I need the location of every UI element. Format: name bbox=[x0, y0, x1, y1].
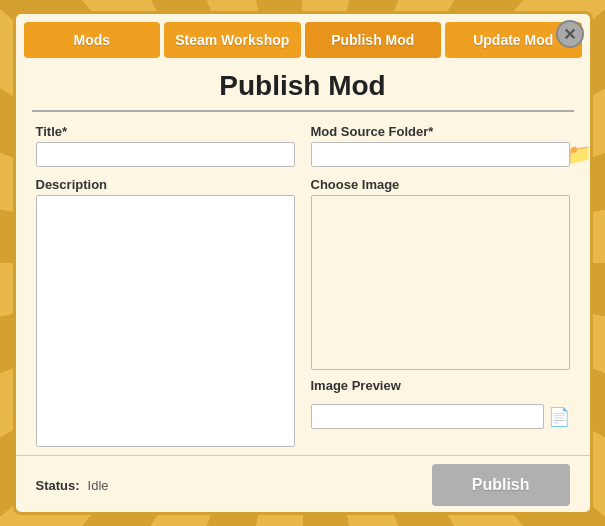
status-bar: Status: Idle Publish bbox=[16, 455, 590, 512]
main-window: ✕ Mods Steam Workshop Publish Mod Update… bbox=[13, 11, 593, 515]
title-col: Title* bbox=[36, 124, 295, 167]
publish-button[interactable]: Publish bbox=[432, 464, 570, 506]
title-source-row: Title* Mod Source Folder* 📁 bbox=[36, 124, 570, 167]
close-button[interactable]: ✕ bbox=[556, 20, 584, 48]
status-value: Idle bbox=[88, 478, 424, 493]
right-side: Choose Image Image Preview 📄 bbox=[311, 177, 570, 447]
image-preview-input[interactable] bbox=[311, 404, 544, 429]
middle-section: Description Choose Image Image Preview 📄 bbox=[36, 177, 570, 447]
mod-source-label: Mod Source Folder* bbox=[311, 124, 570, 139]
tab-mods[interactable]: Mods bbox=[24, 22, 161, 58]
title-input[interactable] bbox=[36, 142, 295, 167]
image-preview-label: Image Preview bbox=[311, 378, 570, 393]
page-title: Publish Mod bbox=[32, 58, 574, 112]
form-content: Title* Mod Source Folder* 📁 Description … bbox=[16, 124, 590, 451]
mod-source-col: Mod Source Folder* 📁 bbox=[311, 124, 570, 167]
tab-bar: Mods Steam Workshop Publish Mod Update M… bbox=[16, 14, 590, 58]
title-label: Title* bbox=[36, 124, 295, 139]
tab-steam-workshop[interactable]: Steam Workshop bbox=[164, 22, 301, 58]
description-col: Description bbox=[36, 177, 295, 447]
tab-publish-mod[interactable]: Publish Mod bbox=[305, 22, 442, 58]
folder-icon[interactable]: 📁 bbox=[567, 142, 592, 166]
image-box[interactable] bbox=[311, 195, 570, 370]
status-label: Status: bbox=[36, 478, 80, 493]
choose-image-label: Choose Image bbox=[311, 177, 570, 192]
file-icon[interactable]: 📄 bbox=[548, 406, 570, 428]
image-preview-row: 📄 bbox=[311, 404, 570, 429]
mod-source-input[interactable] bbox=[311, 142, 570, 167]
description-label: Description bbox=[36, 177, 295, 192]
description-textarea[interactable] bbox=[36, 195, 295, 447]
